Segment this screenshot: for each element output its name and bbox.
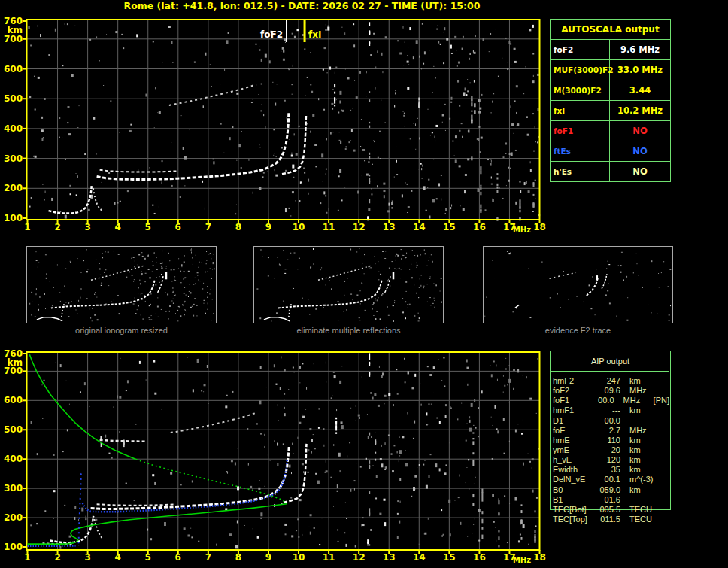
- autoscala-row-label: h'Es: [551, 162, 610, 181]
- svg-text:6: 6: [175, 552, 181, 563]
- autoscala-table-title: AUTOSCALA output: [551, 20, 670, 40]
- svg-text:13: 13: [383, 222, 396, 232]
- aip-unit: km: [620, 465, 661, 475]
- svg-text:9: 9: [265, 222, 271, 232]
- svg-text:200: 200: [4, 183, 23, 193]
- svg-text:4: 4: [115, 552, 121, 563]
- aip-val: 00.0: [595, 416, 620, 426]
- trace-E-trace: [50, 516, 94, 543]
- aip-extra: [661, 376, 669, 386]
- aip-label: hmF1: [551, 405, 595, 415]
- autoscala-row-label: foF1: [551, 121, 610, 141]
- aip-unit: km: [620, 445, 661, 455]
- trace-second-hop: [169, 84, 256, 105]
- svg-text:5: 5: [145, 222, 151, 232]
- svg-text:600: 600: [4, 64, 23, 74]
- aip-label: TEC[Bot]: [551, 505, 595, 515]
- aip-label: DelN_vE: [551, 475, 595, 484]
- svg-text:MHz: MHz: [513, 556, 531, 564]
- autoscala-row-label: MUF(3000)F2: [551, 60, 610, 80]
- aip-extra: [661, 455, 669, 465]
- aip-extra: [661, 386, 669, 396]
- aip-extra: [661, 416, 669, 426]
- aip-row: hmE110km: [551, 436, 669, 445]
- autoscala-row: ftEsNO: [551, 141, 670, 162]
- aip-val: 247: [595, 376, 620, 386]
- svg-text:10: 10: [293, 552, 305, 563]
- aip-row: h_vE120km: [551, 455, 669, 465]
- svg-text:15: 15: [443, 222, 456, 232]
- aip-unit: m^(-3): [620, 475, 661, 484]
- aip-row: B101.6: [551, 495, 669, 505]
- aip-row: DelN_vE00.1m^(-3): [551, 475, 669, 484]
- trace-F2-O-upper: [97, 504, 175, 506]
- svg-text:11: 11: [323, 222, 335, 232]
- aip-unit: [620, 416, 661, 426]
- aip-unit: km: [620, 405, 661, 415]
- trace-E-cusp-fall: [94, 519, 102, 539]
- svg-text:100: 100: [4, 542, 23, 552]
- svg-text:18: 18: [533, 222, 546, 232]
- aip-label: foF1: [551, 396, 591, 405]
- aip-label: TEC[Top]: [551, 515, 595, 524]
- aip-label: hmE: [551, 436, 595, 445]
- svg-text:16: 16: [473, 552, 486, 563]
- autoscala-row-label: M(3000)F2: [551, 80, 610, 100]
- aip-val: 059.0: [595, 485, 620, 495]
- trace-scaled-trace-F: [83, 460, 287, 512]
- aip-label: ymE: [551, 445, 595, 455]
- autoscala-row: M(3000)F23.44: [551, 80, 670, 101]
- aip-label: D1: [551, 416, 595, 426]
- autoscala-row-value: NO: [610, 121, 670, 141]
- svg-text:12: 12: [353, 552, 366, 563]
- svg-text:3: 3: [84, 552, 90, 563]
- svg-text:14: 14: [413, 222, 426, 232]
- autoscala-output-table: AUTOSCALA output foF29.6 MHzMUF(3000)F23…: [550, 19, 671, 182]
- aip-val: 2.7: [595, 426, 620, 436]
- aip-extra: [661, 465, 669, 475]
- aip-val: 09.6: [595, 386, 620, 396]
- aip-row: ymE20km: [551, 445, 669, 455]
- svg-text:7: 7: [205, 222, 211, 232]
- svg-text:2: 2: [54, 222, 60, 232]
- aip-row: foE2.7MHz: [551, 426, 669, 436]
- aip-val: 120: [595, 455, 620, 465]
- autoscala-table-rows: foF29.6 MHzMUF(3000)F233.0 MHzM(3000)F23…: [551, 40, 670, 181]
- aip-val: 110: [595, 436, 620, 445]
- aip-row: TEC[Bot]005.5TECU: [551, 505, 669, 515]
- aip-unit: MHz: [620, 426, 661, 436]
- aip-val: 011.5: [595, 515, 620, 524]
- aip-extra: [661, 426, 669, 436]
- svg-text:14: 14: [413, 552, 426, 563]
- aip-row: foF100.0MHz[PN]: [551, 396, 669, 405]
- thumbnail-caption-1: original ionogram resized: [26, 326, 217, 336]
- aip-unit: km: [620, 455, 661, 465]
- svg-text:15: 15: [443, 552, 456, 563]
- aip-extra: [661, 505, 669, 515]
- aip-label: hmF2: [551, 376, 595, 386]
- svg-text:fxI: fxI: [308, 29, 321, 40]
- trace-E-trace: [49, 185, 92, 214]
- aip-extra: [661, 495, 669, 505]
- aip-unit: [620, 495, 661, 505]
- autoscala-row: MUF(3000)F233.0 MHz: [551, 60, 670, 80]
- aip-label: h_vE: [551, 455, 595, 465]
- autoscala-row-value: NO: [610, 141, 670, 161]
- trace-F2-O-trace: [97, 113, 289, 179]
- aip-extra: [661, 515, 669, 524]
- aip-label: B1: [551, 495, 595, 505]
- aip-unit: TECU: [620, 505, 661, 515]
- aip-row: B0059.0km: [551, 485, 669, 495]
- svg-text:500: 500: [4, 93, 23, 104]
- svg-text:8: 8: [235, 552, 241, 563]
- thumbnail-caption-3: evidence F2 trace: [483, 326, 673, 336]
- aip-extra: [661, 475, 669, 484]
- autoscala-row: fxI10.2 MHz: [551, 101, 670, 121]
- aip-label: foE: [551, 426, 595, 436]
- aip-row: Ewidth35km: [551, 465, 669, 475]
- svg-text:1: 1: [24, 552, 30, 563]
- aip-val: 01.6: [595, 495, 620, 505]
- autoscala-row-label: foF2: [551, 40, 610, 59]
- trace-hop-patch: [100, 440, 145, 442]
- aip-extra: [661, 436, 669, 445]
